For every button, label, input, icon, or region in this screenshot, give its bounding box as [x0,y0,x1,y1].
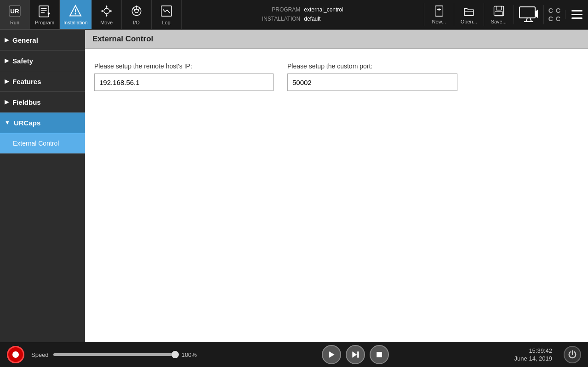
step-button[interactable] [346,345,365,364]
log-label: Log [162,20,170,25]
program-button[interactable]: Program [30,0,60,29]
svg-line-32 [530,18,531,22]
installation-field-label: INSTALLATION [262,15,301,23]
chevron-right-icon: ▶ [5,99,9,105]
form-row: Please setup the remote host's IP: Pleas… [94,62,579,91]
main-area: ▶ General ▶ Safety ▶ Features ▶ Fieldbus… [0,30,588,342]
chevron-right-icon: ▶ [5,37,9,43]
estop-button[interactable] [7,346,24,363]
program-info: PROGRAM INSTALLATION external_control de… [182,0,424,29]
svg-marker-16 [105,15,108,17]
sidebar-safety-label: Safety [12,57,33,65]
sidebar-features-label: Features [12,78,41,85]
installation-button[interactable]: Installation [60,0,92,29]
svg-rect-30 [519,7,535,18]
content-title: External Control [85,30,588,49]
installation-icon [68,4,83,18]
svg-rect-37 [357,351,359,357]
content-panel: External Control Please setup the remote… [85,30,588,342]
ip-form-group: Please setup the remote host's IP: [94,62,274,91]
svg-point-10 [104,8,109,14]
chevron-right-icon: ▶ [5,78,9,85]
sidebar-item-urcaps[interactable]: ▼ URCaps [0,113,85,133]
save-label: Save... [491,19,507,24]
svg-marker-6 [47,13,50,16]
svg-rect-29 [495,11,502,15]
sidebar-fieldbus-label: Fieldbus [12,98,41,106]
program-icon [37,4,52,18]
svg-marker-35 [329,351,335,357]
playback-controls [204,345,508,364]
io-button[interactable]: I/O [122,0,152,29]
svg-point-9 [75,13,76,15]
svg-rect-27 [494,6,503,16]
installation-name-value: default [304,15,343,23]
svg-text:UR: UR [10,8,19,15]
stop-button[interactable] [370,345,389,364]
sidebar-item-safety[interactable]: ▶ Safety [0,51,85,71]
svg-rect-28 [496,6,501,10]
date-display: June 14, 2019 [514,355,552,362]
svg-rect-38 [377,352,382,357]
port-label: Please setup the custom port: [287,62,457,70]
sidebar: ▶ General ▶ Safety ▶ Features ▶ Fieldbus… [0,30,85,342]
port-input[interactable] [287,73,457,91]
speed-percent: 100% [182,351,197,358]
ip-input[interactable] [94,73,274,91]
new-label: New... [432,19,446,24]
sidebar-urcaps-label: URCaps [14,119,40,127]
move-icon [99,4,114,18]
sidebar-general-label: General [12,36,38,44]
svg-line-31 [526,18,527,22]
speed-label: Speed [31,351,49,358]
new-button[interactable]: New... [424,3,454,26]
datetime-section: 15:39:42 June 14, 2019 [514,347,552,362]
monitor-button[interactable] [514,5,543,24]
save-button[interactable]: Save... [484,3,514,26]
installation-label: Installation [63,20,88,25]
svg-rect-22 [161,6,171,17]
port-form-group: Please setup the custom port: [287,62,457,91]
io-label: I/O [133,20,140,25]
toolbar-right: New... Open... Save... [424,0,588,29]
svg-marker-17 [101,10,103,12]
program-label: Program [35,20,54,25]
open-label: Open... [461,19,477,24]
speed-slider[interactable] [53,353,177,356]
log-icon [159,4,174,18]
run-button[interactable]: UR Run [0,0,30,29]
program-field-label: PROGRAM [262,6,301,14]
run-label: Run [10,20,19,25]
svg-marker-36 [353,351,357,357]
svg-marker-18 [110,10,112,12]
svg-rect-2 [39,6,49,17]
external-control-label: External Control [13,140,59,147]
sidebar-sub-item-external-control[interactable]: External Control [0,133,85,154]
sidebar-item-general[interactable]: ▶ General [0,30,85,51]
chevron-down-icon: ▼ [5,119,10,126]
chevron-right-icon: ▶ [5,57,9,64]
sidebar-item-features[interactable]: ▶ Features [0,71,85,92]
move-label: Move [100,20,113,25]
toolbar: UR Run Program Installation [0,0,588,30]
ip-label: Please setup the remote host's IP: [94,62,274,70]
program-name-value: external_control [304,6,343,14]
io-icon [129,4,144,18]
speed-section: Speed 100% [31,351,197,358]
play-button[interactable] [322,345,341,364]
open-button[interactable]: Open... [454,3,484,26]
time-display: 15:39:42 [529,347,552,354]
svg-point-20 [135,9,138,13]
power-button[interactable] [564,346,581,363]
sidebar-item-fieldbus[interactable]: ▶ Fieldbus [0,92,85,113]
network-indicator: C C C C [543,5,565,24]
bottom-bar: Speed 100% 15:39:42 June 14, 2019 [0,342,588,367]
move-button[interactable]: Move [92,0,122,29]
content-body: Please setup the remote host's IP: Pleas… [85,49,588,342]
hamburger-button[interactable] [565,10,588,19]
run-icon: UR [7,4,22,18]
log-button[interactable]: Log [152,0,182,29]
svg-marker-15 [105,6,108,7]
